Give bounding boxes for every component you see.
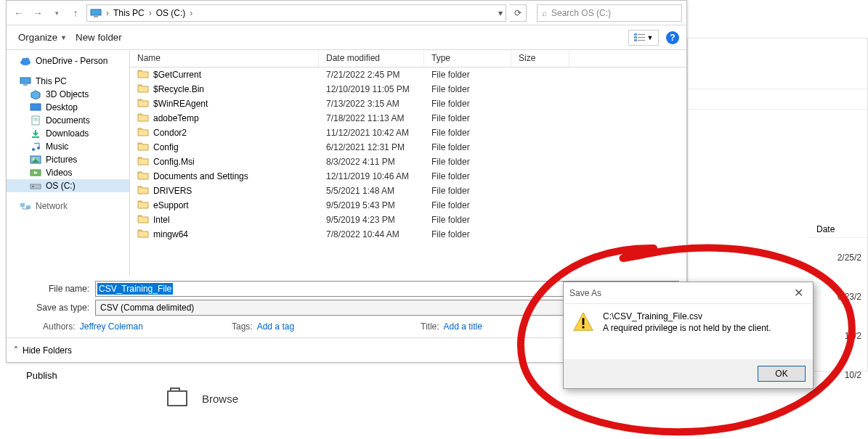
nav-tree[interactable]: OneDrive - PersonThis PC3D ObjectsDeskto…	[7, 50, 130, 276]
file-row[interactable]: Documents and Settings12/11/2019 10:46 A…	[130, 169, 686, 184]
file-row[interactable]: mingw647/8/2022 10:44 AMFile folder	[130, 227, 686, 242]
svg-rect-32	[583, 327, 585, 329]
nav-up-button[interactable]: ↑	[68, 5, 84, 21]
list-header[interactable]: Name Date modified Type Size	[130, 50, 686, 67]
file-row[interactable]: eSupport9/5/2019 5:43 PMFile folder	[130, 198, 686, 213]
file-row[interactable]: $WinREAgent7/13/2022 3:15 AMFile folder	[130, 97, 686, 111]
svg-rect-14	[31, 104, 41, 110]
folder-icon	[137, 83, 149, 95]
address-history-dropdown[interactable]: ▾	[498, 8, 503, 18]
breadcrumb[interactable]: › This PC › OS (C:) › ▾	[86, 4, 506, 22]
search-input[interactable]: ⌕ Search OS (C:)	[537, 4, 682, 22]
view-options-button[interactable]: ▼	[628, 30, 659, 46]
organize-button[interactable]: Organize▼	[14, 29, 71, 46]
ok-button[interactable]: OK	[758, 366, 806, 382]
file-row[interactable]: $GetCurrent7/21/2022 2:45 PMFile folder	[130, 67, 686, 82]
col-name[interactable]: Name	[130, 50, 319, 67]
pics-icon	[30, 155, 41, 165]
folder-icon	[137, 171, 149, 182]
tree-item-this-pc[interactable]: This PC	[7, 75, 129, 88]
svg-rect-4	[634, 36, 637, 38]
file-name-value: CSV_Training_File	[97, 283, 173, 295]
tree-item-onedrive-person[interactable]: OneDrive - Person	[7, 54, 129, 67]
folder-icon	[137, 200, 149, 211]
chevron-right-icon: ›	[106, 8, 109, 18]
chevron-right-icon: ›	[149, 8, 152, 18]
backstage-publish[interactable]: Publish	[26, 370, 57, 381]
file-row[interactable]: $Recycle.Bin12/10/2019 11:05 PMFile fold…	[130, 82, 686, 97]
folder-icon	[137, 69, 149, 81]
hide-folders-button[interactable]: ˄ Hide Folders	[14, 345, 72, 356]
new-folder-button[interactable]: New folder	[71, 29, 126, 46]
messagebox-title: Save As	[569, 288, 601, 298]
svg-rect-27	[32, 186, 34, 187]
cloud-icon	[20, 56, 31, 66]
file-row[interactable]: Condor211/12/2021 10:42 AMFile folder	[130, 126, 686, 140]
file-row[interactable]: Intel9/5/2019 4:23 PMFile folder	[130, 213, 686, 227]
file-row[interactable]: DRIVERS5/5/2021 1:48 AMFile folder	[130, 184, 686, 198]
dl-icon	[30, 128, 41, 139]
toolbar: Organize▼ New folder ▼ ?	[7, 25, 686, 50]
search-placeholder: Search OS (C:)	[551, 8, 611, 18]
folder-icon	[137, 185, 149, 197]
error-message: A required privilege is not held by the …	[603, 323, 771, 335]
backstage-browse[interactable]: Browse	[167, 390, 238, 406]
folder-icon	[137, 214, 149, 226]
3d-icon	[30, 89, 41, 99]
pc-icon	[20, 76, 31, 86]
tree-item-os-c-[interactable]: OS (C:)	[7, 179, 129, 192]
file-name-label: File name:	[14, 284, 95, 294]
file-row[interactable]: Config6/12/2021 12:31 PMFile folder	[130, 140, 686, 155]
folder-open-icon	[167, 390, 187, 406]
save-type-label: Save as type:	[14, 303, 95, 313]
tree-item-desktop[interactable]: Desktop	[7, 101, 129, 114]
list-body[interactable]: $GetCurrent7/21/2022 2:45 PMFile folder$…	[130, 67, 686, 276]
folder-icon	[137, 141, 149, 153]
tree-item-documents[interactable]: Documents	[7, 114, 129, 127]
svg-rect-16	[33, 118, 38, 119]
svg-rect-17	[33, 120, 38, 120]
svg-rect-12	[23, 84, 28, 86]
col-type[interactable]: Type	[424, 50, 511, 67]
folder-icon	[137, 112, 149, 124]
svg-rect-6	[634, 39, 637, 41]
nav-recent-button[interactable]: ▾	[49, 5, 65, 21]
file-row[interactable]: adobeTemp7/18/2022 11:13 AMFile folder	[130, 111, 686, 126]
address-bar: ← → ▾ ↑ › This PC › OS (C:) › ▾ ⟳ ⌕ Sear…	[7, 1, 686, 25]
docs-icon	[30, 115, 41, 126]
list-view-icon	[634, 33, 646, 42]
net-icon	[20, 201, 31, 211]
tags-label: Tags:	[232, 321, 253, 332]
tags-value[interactable]: Add a tag	[257, 321, 294, 332]
svg-rect-1	[94, 16, 98, 17]
crumb-this-pc[interactable]: This PC	[113, 8, 145, 18]
authors-value[interactable]: Jeffrey Coleman	[80, 321, 143, 332]
chevron-right-icon: ›	[190, 8, 192, 18]
tree-item-3d-objects[interactable]: 3D Objects	[7, 88, 129, 101]
help-button[interactable]: ?	[666, 31, 679, 44]
crumb-drive[interactable]: OS (C:)	[156, 8, 186, 18]
error-path: C:\CSV_Training_File.csv	[603, 311, 771, 323]
file-row[interactable]: Config.Msi8/3/2022 4:11 PMFile folder	[130, 155, 686, 169]
tree-item-downloads[interactable]: Downloads	[7, 127, 129, 140]
search-icon: ⌕	[542, 8, 547, 18]
tree-item-videos[interactable]: Videos	[7, 166, 129, 179]
nav-back-button[interactable]: ←	[11, 5, 27, 21]
tree-item-network[interactable]: Network	[7, 200, 129, 213]
refresh-button[interactable]: ⟳	[509, 4, 527, 22]
svg-rect-7	[638, 40, 645, 41]
col-size[interactable]: Size	[511, 50, 569, 67]
svg-rect-2	[634, 33, 637, 36]
vids-icon	[30, 168, 41, 178]
title-value[interactable]: Add a title	[444, 321, 482, 332]
nav-forward-button[interactable]: →	[30, 5, 46, 21]
tree-item-pictures[interactable]: Pictures	[7, 153, 129, 166]
col-date[interactable]: Date modified	[319, 50, 424, 67]
chevron-up-icon: ˄	[14, 345, 18, 356]
folder-icon	[137, 156, 149, 168]
svg-rect-3	[638, 34, 645, 35]
folder-icon	[137, 229, 149, 240]
bg-date-header: Date	[809, 221, 867, 238]
tree-item-music[interactable]: Music	[7, 140, 129, 153]
close-button[interactable]: ✕	[790, 286, 807, 300]
